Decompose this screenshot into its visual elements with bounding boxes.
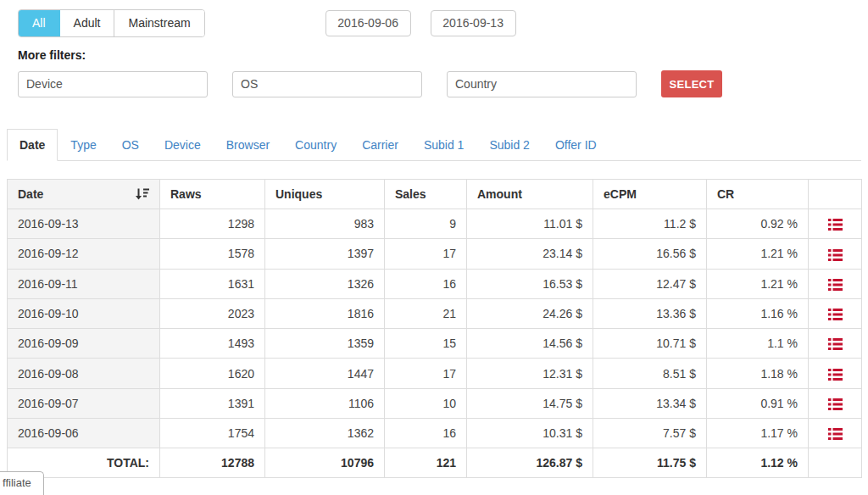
cell-date: 2016-09-11 bbox=[8, 269, 160, 298]
cell-cr: 1.16 % bbox=[707, 298, 809, 328]
list-icon[interactable] bbox=[828, 219, 843, 231]
table-row: 2016-09-09149313591514.56 $10.71 $1.1 % bbox=[8, 329, 862, 359]
column-header-label: Date bbox=[18, 187, 43, 201]
column-header-date[interactable]: Date bbox=[8, 180, 160, 209]
date-from-input[interactable] bbox=[326, 10, 411, 36]
cell-amount: 11.01 $ bbox=[467, 209, 593, 239]
cell-raws: 1620 bbox=[160, 359, 265, 388]
cell-raws: 1493 bbox=[160, 329, 265, 359]
list-icon[interactable] bbox=[828, 309, 843, 320]
cell-sales: 9 bbox=[385, 209, 467, 239]
cell-ecpm: 8.51 $ bbox=[593, 359, 707, 388]
country-filter-input[interactable] bbox=[447, 71, 637, 97]
cell-cr: 0.92 % bbox=[707, 209, 809, 239]
total-amount: 126.87 $ bbox=[467, 448, 593, 478]
sort-descending-icon[interactable] bbox=[136, 188, 149, 200]
cell-uniques: 983 bbox=[265, 209, 385, 239]
cell-details[interactable] bbox=[809, 298, 862, 328]
tab-os[interactable]: OS bbox=[109, 129, 152, 161]
select-button[interactable]: SELECT bbox=[661, 70, 722, 97]
cell-details[interactable] bbox=[809, 388, 862, 418]
column-header-sales: Sales bbox=[385, 180, 467, 209]
cell-raws: 1631 bbox=[160, 269, 265, 298]
tab-device[interactable]: Device bbox=[152, 129, 214, 161]
table-row: 2016-09-06175413621610.31 $7.57 $1.17 % bbox=[8, 419, 862, 448]
tab-date[interactable]: Date bbox=[7, 129, 58, 161]
list-icon[interactable] bbox=[828, 428, 843, 440]
tab-country[interactable]: Country bbox=[282, 129, 349, 161]
column-header-amount: Amount bbox=[467, 180, 593, 209]
column-header-actions bbox=[809, 180, 862, 209]
cell-details[interactable] bbox=[809, 359, 862, 388]
cell-cr: 1.17 % bbox=[707, 419, 809, 448]
total-sales: 121 bbox=[385, 448, 467, 478]
list-icon[interactable] bbox=[828, 279, 843, 291]
cell-details[interactable] bbox=[809, 269, 862, 298]
cell-details[interactable] bbox=[809, 419, 862, 448]
list-icon[interactable] bbox=[828, 369, 843, 381]
tab-subid-2[interactable]: Subid 2 bbox=[476, 129, 542, 161]
category-option-adult[interactable]: Adult bbox=[60, 10, 115, 36]
total-cr: 1.12 % bbox=[707, 448, 809, 478]
cell-amount: 14.75 $ bbox=[467, 388, 593, 418]
cell-amount: 23.14 $ bbox=[467, 239, 593, 269]
table-row: 2016-09-12157813971723.14 $16.56 $1.21 % bbox=[8, 239, 862, 269]
list-icon[interactable] bbox=[828, 338, 843, 350]
cell-date: 2016-09-12 bbox=[8, 239, 160, 269]
cell-ecpm: 11.2 $ bbox=[593, 209, 707, 239]
total-row: TOTAL:1278810796121126.87 $11.75 $1.12 % bbox=[8, 448, 862, 478]
status-bar: ffiliate bbox=[0, 471, 44, 495]
cell-raws: 1578 bbox=[160, 239, 265, 269]
cell-raws: 1391 bbox=[160, 388, 265, 418]
category-toggle: AllAdultMainstream bbox=[18, 9, 205, 37]
cell-cr: 1.21 % bbox=[707, 269, 809, 298]
cell-ecpm: 10.71 $ bbox=[593, 329, 707, 359]
column-header-ecpm: eCPM bbox=[593, 180, 707, 209]
cell-date: 2016-09-09 bbox=[8, 329, 160, 359]
cell-sales: 17 bbox=[385, 359, 467, 388]
tab-browser[interactable]: Browser bbox=[214, 129, 282, 161]
os-filter-input[interactable] bbox=[232, 71, 422, 97]
cell-uniques: 1326 bbox=[265, 269, 385, 298]
cell-uniques: 1816 bbox=[265, 298, 385, 328]
cell-raws: 2023 bbox=[160, 298, 265, 328]
cell-sales: 17 bbox=[385, 239, 467, 269]
cell-ecpm: 13.34 $ bbox=[593, 388, 707, 418]
table-row: 2016-09-11163113261616.53 $12.47 $1.21 % bbox=[8, 269, 862, 298]
table-row: 2016-09-08162014471712.31 $8.51 $1.18 % bbox=[8, 359, 862, 388]
cell-details[interactable] bbox=[809, 329, 862, 359]
table-row: 2016-09-131298983911.01 $11.2 $0.92 % bbox=[8, 209, 862, 239]
total-raws: 12788 bbox=[160, 448, 265, 478]
list-icon[interactable] bbox=[828, 249, 843, 261]
cell-details[interactable] bbox=[809, 209, 862, 239]
cell-ecpm: 7.57 $ bbox=[593, 419, 707, 448]
category-option-mainstream[interactable]: Mainstream bbox=[114, 10, 203, 36]
more-filters-row: SELECT bbox=[0, 70, 868, 97]
tab-offer-id[interactable]: Offer ID bbox=[542, 129, 609, 161]
cell-cr: 1.18 % bbox=[707, 359, 809, 388]
category-option-all[interactable]: All bbox=[19, 10, 60, 36]
column-header-raws: Raws bbox=[160, 180, 265, 209]
table-row: 2016-09-07139111061014.75 $13.34 $0.91 % bbox=[8, 388, 862, 418]
cell-sales: 10 bbox=[385, 388, 467, 418]
cell-uniques: 1447 bbox=[265, 359, 385, 388]
device-filter-input[interactable] bbox=[18, 71, 208, 97]
cell-details[interactable] bbox=[809, 239, 862, 269]
cell-uniques: 1359 bbox=[265, 329, 385, 359]
total-ecpm: 11.75 $ bbox=[593, 448, 707, 478]
cell-sales: 21 bbox=[385, 298, 467, 328]
date-to-input[interactable] bbox=[431, 10, 516, 36]
cell-amount: 12.31 $ bbox=[467, 359, 593, 388]
list-icon[interactable] bbox=[828, 398, 843, 410]
cell-uniques: 1106 bbox=[265, 388, 385, 418]
cell-uniques: 1362 bbox=[265, 419, 385, 448]
cell-amount: 14.56 $ bbox=[467, 329, 593, 359]
cell-cr: 1.21 % bbox=[707, 239, 809, 269]
tab-type[interactable]: Type bbox=[58, 129, 108, 161]
cell-uniques: 1397 bbox=[265, 239, 385, 269]
cell-ecpm: 12.47 $ bbox=[593, 269, 707, 298]
report-table: DateRawsUniquesSalesAmounteCPMCR 2016-09… bbox=[7, 179, 862, 478]
tab-carrier[interactable]: Carrier bbox=[349, 129, 411, 161]
cell-date: 2016-09-06 bbox=[8, 419, 160, 448]
tab-subid-1[interactable]: Subid 1 bbox=[411, 129, 476, 161]
